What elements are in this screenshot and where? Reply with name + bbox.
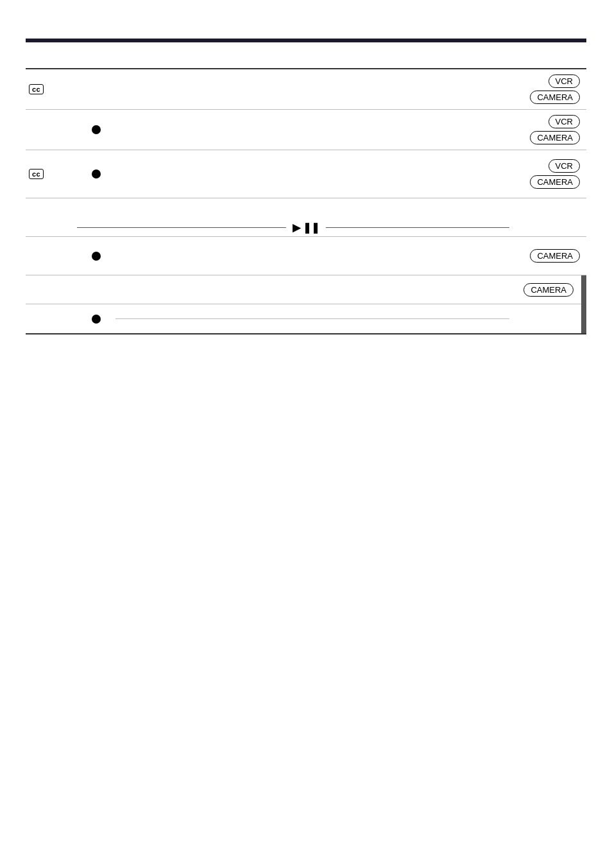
row3-bullet-col <box>77 169 115 178</box>
bullet-dot <box>92 315 101 324</box>
table-row: CAMERA <box>26 275 586 333</box>
table-row: VCR CAMERA <box>26 110 586 150</box>
row5-bullet-col <box>77 252 115 261</box>
cc-icon: cc <box>29 84 44 94</box>
vcr-badge: VCR <box>548 115 580 128</box>
cc-icon: cc <box>29 169 44 179</box>
camera-badge: CAMERA <box>530 131 580 144</box>
play-pause-symbol: ▶ ❚❚ <box>293 221 319 234</box>
bullet-dot <box>92 125 101 134</box>
table-row: cc VCR CAMERA <box>26 69 586 110</box>
page-container: cc VCR CAMERA VCR CAMERA <box>0 0 612 360</box>
top-bar <box>26 39 586 42</box>
camera-badge: CAMERA <box>530 249 580 263</box>
row1-labels: VCR CAMERA <box>509 74 586 104</box>
table-row: CAMERA <box>26 237 586 275</box>
vcr-badge: VCR <box>548 159 580 173</box>
camera-badge: CAMERA <box>530 175 580 189</box>
row2-bullet-col <box>77 125 115 134</box>
table-container: cc VCR CAMERA VCR CAMERA <box>26 68 586 334</box>
bullet-dot <box>92 252 101 261</box>
table-row: cc VCR CAMERA <box>26 150 586 198</box>
row2-labels: VCR CAMERA <box>509 115 586 144</box>
right-accent-bar <box>581 275 586 333</box>
bullet-dot <box>92 169 101 178</box>
vcr-badge: VCR <box>548 74 580 88</box>
table-row: ▶ ❚❚ <box>26 198 586 237</box>
row1-icon-col: cc <box>26 84 77 94</box>
row5-labels: CAMERA <box>509 249 586 263</box>
camera-badge: CAMERA <box>523 283 574 297</box>
camera-badge: CAMERA <box>530 91 580 104</box>
row3-labels: VCR CAMERA <box>509 159 586 189</box>
row3-icon-col: cc <box>26 169 77 179</box>
